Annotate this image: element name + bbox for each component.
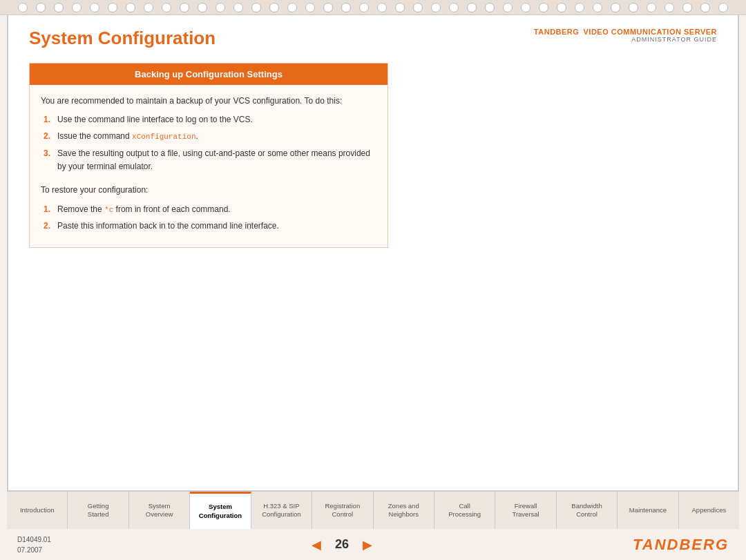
- spiral-hole: [323, 3, 333, 12]
- spiral-hole: [413, 3, 423, 12]
- nav-tab-zones-neighbors[interactable]: Zones andNeighbors: [374, 492, 434, 529]
- nav-tab-introduction[interactable]: Introduction: [7, 492, 68, 529]
- doc-date: 07.2007: [17, 545, 51, 555]
- spiral-hole: [341, 3, 351, 12]
- nav-tab-appendices[interactable]: Appendices: [679, 492, 739, 529]
- spiral-hole: [629, 3, 638, 12]
- page-number: 26: [335, 537, 349, 552]
- guide-title: ADMINISTRATOR GUIDE: [534, 36, 717, 43]
- spiral-hole: [126, 3, 135, 12]
- nav-tab-system-overview[interactable]: SystemOverview: [129, 492, 190, 529]
- brand-logo: TANDBERG: [633, 536, 729, 554]
- spiral-hole: [287, 3, 297, 12]
- restore-step-2: Paste this information back in to the co…: [57, 220, 279, 233]
- spiral-hole: [233, 3, 243, 12]
- spiral-hole: [700, 3, 710, 12]
- intro-text: You are recommended to maintain a backup…: [41, 95, 376, 108]
- spiral-hole: [449, 3, 459, 12]
- spiral-hole: [36, 3, 46, 12]
- nav-tab-firewall-traversal[interactable]: FirewallTraversal: [495, 492, 556, 529]
- spiral-hole: [198, 3, 207, 12]
- restore-intro: To restore your configuration:: [41, 184, 376, 197]
- nav-tab-getting-started[interactable]: GettingStarted: [68, 492, 128, 529]
- spiral-hole: [251, 3, 261, 12]
- spiral-hole: [718, 3, 728, 12]
- spiral-hole: [682, 3, 692, 12]
- list-item: 3. Save the resulting output to a file, …: [41, 147, 376, 173]
- spiral-hole: [54, 3, 64, 12]
- restore-code: *c: [104, 206, 113, 214]
- spiral-hole: [575, 3, 584, 12]
- spiral-hole: [162, 3, 171, 12]
- spiral-hole: [18, 3, 28, 12]
- doc-id: D14049.01: [17, 534, 51, 545]
- page-header: System Configuration TANDBERG VIDEO COMM…: [8, 15, 738, 56]
- nav-tab-h323-sip[interactable]: H.323 & SIPConfiguration: [251, 492, 312, 529]
- spiral-hole: [664, 3, 674, 12]
- spiral-hole: [611, 3, 620, 12]
- spiral-hole: [305, 3, 315, 12]
- spiral-hole: [359, 3, 369, 12]
- page-content: Backing up Configuration Settings You ar…: [8, 56, 738, 255]
- next-arrow[interactable]: ▶: [363, 537, 372, 552]
- brand-info: TANDBERG VIDEO COMMUNICATION SERVER ADMI…: [534, 28, 717, 43]
- prev-arrow[interactable]: ◀: [312, 537, 321, 552]
- steps-list: 1. Use the command line interface to log…: [41, 113, 376, 173]
- step-1-text: Use the command line interface to log on…: [57, 113, 253, 126]
- spiral-hole: [395, 3, 405, 12]
- list-item: 1. Remove the *c from in front of each c…: [41, 203, 376, 217]
- list-item: 1. Use the command line interface to log…: [41, 113, 376, 126]
- spiral-hole: [216, 3, 225, 12]
- section-body: You are recommended to maintain a backup…: [30, 85, 388, 247]
- restore-step-1: Remove the *c from in front of each comm…: [57, 203, 231, 217]
- spiral-hole: [72, 3, 82, 12]
- section-header: Backing up Configuration Settings: [30, 64, 388, 85]
- page-title: System Configuration: [29, 28, 216, 49]
- spiral-binding: [0, 0, 746, 15]
- spiral-hole: [180, 3, 189, 12]
- brand-highlight: VIDEO COMMUNICATION SERVER: [584, 28, 718, 36]
- nav-tab-registration-control[interactable]: RegistrationControl: [312, 492, 373, 529]
- spiral-hole: [557, 3, 566, 12]
- nav-tab-maintenance[interactable]: Maintenance: [618, 492, 678, 529]
- spiral-hole: [521, 3, 530, 12]
- spiral-hole: [485, 3, 495, 12]
- spiral-hole: [467, 3, 477, 12]
- nav-tabs: IntroductionGettingStartedSystemOverview…: [7, 490, 739, 529]
- step-3-text: Save the resulting output to a file, usi…: [57, 147, 376, 173]
- spiral-hole: [503, 3, 513, 12]
- main-content: System Configuration TANDBERG VIDEO COMM…: [7, 15, 739, 490]
- spiral-hole: [108, 3, 117, 12]
- nav-tab-system-configuration[interactable]: SystemConfiguration: [190, 492, 251, 529]
- brand-prefix: TANDBERG: [534, 28, 580, 36]
- restore-list: 1. Remove the *c from in front of each c…: [41, 203, 376, 233]
- list-item: 2. Paste this information back in to the…: [41, 220, 376, 233]
- spiral-hole: [90, 3, 99, 12]
- nav-tab-call-processing[interactable]: CallProcessing: [434, 492, 495, 529]
- page-wrapper: System Configuration TANDBERG VIDEO COMM…: [0, 0, 746, 560]
- doc-number: D14049.01 07.2007: [17, 534, 51, 555]
- list-item: 2. Issue the command xConfiguration.: [41, 130, 376, 144]
- spiral-hole: [144, 3, 153, 12]
- nav-tab-bandwidth-control[interactable]: BandwidthControl: [557, 492, 618, 529]
- brand-name: TANDBERG VIDEO COMMUNICATION SERVER: [534, 28, 717, 36]
- backup-section: Backing up Configuration Settings You ar…: [29, 63, 388, 248]
- spiral-hole: [431, 3, 441, 12]
- spiral-hole: [539, 3, 548, 12]
- footer-nav: ◀ 26 ▶: [312, 537, 372, 552]
- spiral-hole: [377, 3, 387, 12]
- step-2-code: xConfiguration: [132, 133, 195, 141]
- spiral-hole: [593, 3, 602, 12]
- spiral-hole: [647, 3, 656, 12]
- spiral-hole: [269, 3, 279, 12]
- step-2-text: Issue the command xConfiguration.: [57, 130, 198, 144]
- footer-bar: D14049.01 07.2007 ◀ 26 ▶ TANDBERG: [0, 529, 746, 560]
